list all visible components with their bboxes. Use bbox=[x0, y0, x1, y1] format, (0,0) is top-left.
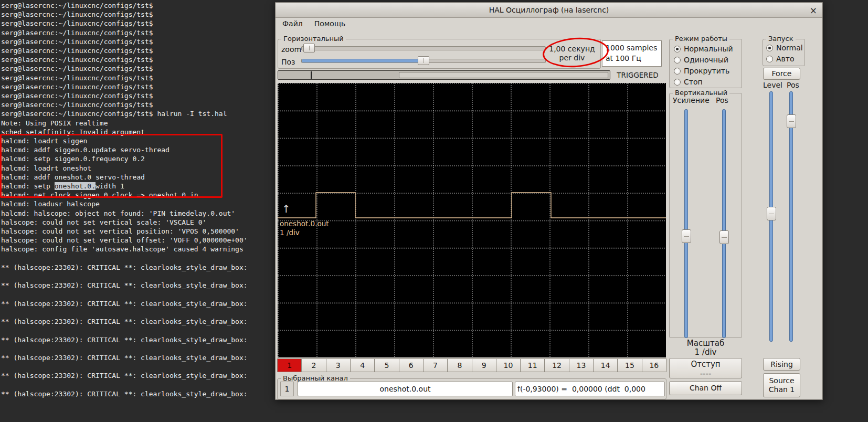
zoom-slider-trough[interactable] bbox=[301, 46, 546, 50]
force-button[interactable]: Force bbox=[763, 68, 800, 80]
channel-button-4[interactable]: 4 bbox=[350, 358, 375, 372]
window-title: HAL Осциллограф (на lasercnc) bbox=[489, 6, 609, 14]
channel-button-6[interactable]: 6 bbox=[399, 358, 424, 372]
trigger-source-line1: Source bbox=[769, 376, 794, 385]
scope-display: ↑ oneshot.0.out 1 /div bbox=[278, 83, 666, 357]
trigger-position-tick bbox=[311, 71, 312, 79]
gain-slider-thumb[interactable] bbox=[682, 229, 691, 243]
trigger-level-slider-thumb[interactable] bbox=[767, 207, 776, 220]
view-window-indicator bbox=[399, 72, 608, 78]
samples-rate: at 100 Гц bbox=[606, 53, 658, 64]
scope-canvas bbox=[278, 83, 666, 357]
channel-button-8[interactable]: 8 bbox=[447, 358, 472, 372]
samples-info-box: 1000 samples at 100 Гц bbox=[602, 40, 662, 67]
run-mode-options: Нормальный Одиночный Прокрутить Стоп bbox=[674, 45, 739, 89]
terminal-output[interactable]: serg@lasercnc:~/linuxcnc/configs/tst$ se… bbox=[1, 1, 251, 398]
radio-icon[interactable] bbox=[674, 68, 681, 75]
selected-channel-group: Выбранный канал 1 oneshot.0.out f(-0,930… bbox=[277, 378, 666, 399]
selected-channel-readout: f(-0,93000) = 0,00000 (ddt 0,000 bbox=[515, 382, 665, 396]
vertical-pos-slider-thumb[interactable] bbox=[719, 230, 729, 244]
channel-button-3[interactable]: 3 bbox=[326, 358, 351, 372]
radio-mode-normal-label: Нормальный bbox=[684, 45, 733, 53]
trigger-level-arrow-icon: ↑ bbox=[282, 204, 291, 214]
radio-trigger-normal-label: Normal bbox=[776, 44, 803, 52]
radio-trigger-auto[interactable]: Авто bbox=[766, 55, 803, 63]
waveform-trace bbox=[278, 193, 666, 218]
run-mode-group: Режим работы Нормальный Одиночный Прокру… bbox=[669, 39, 742, 88]
selected-channel-group-label: Выбранный канал bbox=[281, 374, 350, 382]
radio-icon[interactable] bbox=[674, 57, 681, 64]
scope-scale-label: 1 /div bbox=[280, 228, 300, 237]
zoom-slider-thumb[interactable] bbox=[303, 44, 315, 52]
channel-button-14[interactable]: 14 bbox=[593, 358, 618, 372]
zoom-slider[interactable] bbox=[301, 44, 546, 53]
radio-mode-stop[interactable]: Стоп bbox=[674, 78, 739, 86]
radio-icon[interactable] bbox=[674, 79, 681, 86]
menu-file[interactable]: Файл bbox=[277, 18, 309, 31]
vertical-group-label: Вертикальный bbox=[673, 89, 729, 97]
position-slider-thumb[interactable] bbox=[418, 56, 429, 65]
radio-mode-single-label: Одиночный bbox=[684, 56, 728, 64]
radio-mode-roll-label: Прокрутить bbox=[684, 67, 729, 75]
trigger-pos-slider-thumb[interactable] bbox=[787, 114, 796, 128]
run-mode-group-label: Режим работы bbox=[673, 35, 729, 43]
zoom-label: zoom bbox=[281, 45, 301, 54]
gain-slider[interactable] bbox=[684, 109, 688, 338]
menubar: Файл Помощь bbox=[277, 18, 351, 31]
window-titlebar[interactable]: HAL Осциллограф (на lasercnc) × bbox=[276, 3, 822, 18]
channel-button-7[interactable]: 7 bbox=[423, 358, 448, 372]
offset-title: Отступ bbox=[670, 360, 742, 369]
vertical-pos-slider[interactable] bbox=[722, 109, 726, 338]
selected-channel-number: 1 bbox=[280, 382, 294, 396]
channel-button-5[interactable]: 5 bbox=[374, 358, 399, 372]
position-slider-fill bbox=[302, 59, 419, 62]
channel-button-1[interactable]: 1 bbox=[277, 358, 302, 372]
force-label: Force bbox=[772, 69, 792, 78]
vertical-scale-value: 1 /div bbox=[669, 348, 742, 357]
radio-icon[interactable] bbox=[766, 56, 773, 62]
offset-value: ---- bbox=[670, 369, 742, 378]
radio-trigger-auto-label: Авто bbox=[776, 55, 795, 63]
samples-count: 1000 samples bbox=[606, 43, 658, 53]
trigger-group-label: Запуск bbox=[766, 35, 796, 43]
channel-button-11[interactable]: 11 bbox=[520, 358, 545, 372]
close-icon[interactable]: × bbox=[810, 3, 817, 18]
trigger-status-label: TRIGGERED bbox=[613, 71, 662, 79]
vertical-group: Вертикальный Усиление Pos bbox=[669, 93, 742, 338]
chan-off-button[interactable]: Chan Off bbox=[669, 381, 742, 395]
channel-button-12[interactable]: 12 bbox=[544, 358, 569, 372]
menu-help[interactable]: Помощь bbox=[309, 18, 352, 31]
selected-channel-name-field[interactable]: oneshot.0.out bbox=[298, 382, 513, 396]
radio-mode-single[interactable]: Одиночный bbox=[674, 56, 739, 64]
trigger-level-slider[interactable] bbox=[769, 91, 773, 342]
trigger-pos-column-label: Pos bbox=[787, 81, 802, 89]
radio-trigger-normal[interactable]: Normal bbox=[766, 44, 803, 52]
radio-mode-roll[interactable]: Прокрутить bbox=[674, 67, 739, 75]
horizontal-group-label: Горизонтальный bbox=[281, 35, 346, 43]
vertical-scale-readout: Масштаб 1 /div bbox=[669, 339, 742, 357]
record-position-bar[interactable] bbox=[278, 70, 610, 80]
channel-button-15[interactable]: 15 bbox=[617, 358, 642, 372]
annotation-red-rectangle bbox=[0, 134, 223, 198]
channel-selector-row: 1 2 3 4 5 6 7 8 9 10 11 12 13 14 15 16 bbox=[277, 358, 666, 372]
position-label: Поз bbox=[281, 58, 295, 66]
trigger-pos-slider[interactable] bbox=[789, 91, 793, 342]
radio-mode-normal[interactable]: Нормальный bbox=[674, 45, 739, 53]
channel-button-10[interactable]: 10 bbox=[496, 358, 521, 372]
radio-mode-stop-label: Стоп bbox=[684, 78, 703, 86]
rising-button[interactable]: Rising bbox=[763, 358, 800, 371]
channel-button-2[interactable]: 2 bbox=[301, 358, 326, 372]
trigger-source-line2: Chan 1 bbox=[769, 385, 795, 394]
radio-icon[interactable] bbox=[766, 45, 773, 51]
offset-button[interactable]: Отступ ---- bbox=[669, 358, 742, 378]
rising-label: Rising bbox=[770, 360, 793, 369]
chan-off-label: Chan Off bbox=[690, 384, 722, 393]
trigger-options: Normal Авто bbox=[766, 44, 803, 66]
channel-button-16[interactable]: 16 bbox=[642, 358, 666, 372]
channel-button-9[interactable]: 9 bbox=[472, 358, 496, 372]
gain-label: Усиление bbox=[673, 96, 710, 104]
radio-icon[interactable] bbox=[674, 46, 681, 52]
position-slider[interactable] bbox=[301, 56, 546, 66]
channel-button-13[interactable]: 13 bbox=[569, 358, 594, 372]
trigger-source-button[interactable]: Source Chan 1 bbox=[763, 373, 800, 397]
